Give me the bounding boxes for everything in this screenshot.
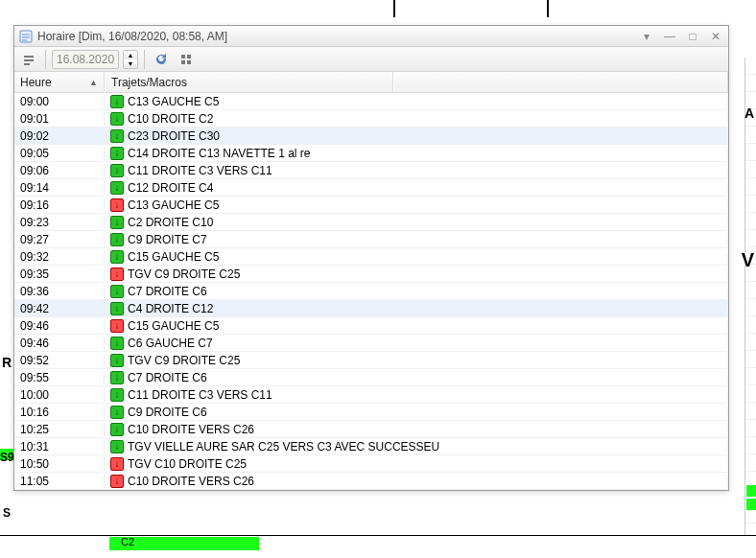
table-row[interactable]: 10:16↓C9 DROITE C6 — [14, 404, 728, 421]
route-go-icon: ↓ — [110, 147, 124, 160]
route-label: C15 GAUCHE C5 — [128, 250, 219, 264]
titlebar[interactable]: Horaire [Dim, 16/08/2020, 08:58, AM] ▾ —… — [14, 26, 728, 47]
table-row[interactable]: 09:00↓C13 GAUCHE C5 — [14, 93, 728, 110]
cell-time: 09:52 — [14, 354, 105, 367]
maximize-button[interactable]: □ — [684, 30, 701, 43]
table-row[interactable]: 10:31↓TGV VIELLE AURE SAR C25 VERS C3 AV… — [14, 438, 728, 455]
bg-right-column — [744, 58, 756, 535]
cell-time: 09:46 — [14, 337, 105, 350]
date-stepper[interactable]: ▲ ▼ — [123, 50, 138, 69]
cell-time: 09:42 — [14, 302, 105, 315]
table-row[interactable]: 11:05↓C10 DROITE VERS C26 — [14, 473, 728, 490]
route-go-icon: ↓ — [110, 406, 124, 419]
column-header-route[interactable]: Trajets/Macros — [106, 72, 393, 92]
cell-route: ↓C13 GAUCHE C5 — [105, 95, 728, 108]
settings-button[interactable] — [176, 50, 197, 69]
table-row[interactable]: 09:16↓C13 GAUCHE C5 — [14, 197, 728, 214]
route-label: C12 DROITE C4 — [128, 181, 213, 195]
date-field[interactable]: 16.08.2020 — [52, 50, 119, 69]
table-row[interactable]: 09:01↓C10 DROITE C2 — [14, 110, 728, 128]
route-go-icon: ↓ — [110, 337, 124, 350]
route-go-icon: ↓ — [110, 388, 124, 402]
cell-route: ↓C14 DROITE C13 NAVETTE 1 al re — [105, 147, 728, 160]
cell-time: 09:00 — [14, 95, 105, 108]
table-row[interactable]: 09:02↓C23 DROITE C30 — [14, 128, 728, 145]
route-go-icon: ↓ — [110, 440, 124, 453]
dropdown-button[interactable]: ▾ — [638, 30, 655, 43]
route-go-icon: ↓ — [110, 371, 124, 384]
cell-time: 09:35 — [14, 267, 105, 281]
cell-route: ↓C11 DROITE C3 VERS C11 — [105, 388, 728, 402]
cell-route: ↓C9 DROITE C6 — [105, 406, 728, 419]
sort-asc-icon: ▲ — [89, 78, 98, 87]
route-stop-icon: ↓ — [110, 319, 124, 333]
bg-letter-s: S — [3, 506, 11, 520]
svg-rect-6 — [24, 63, 30, 65]
cell-time: 09:16 — [14, 198, 105, 212]
cell-route: ↓C4 DROITE C12 — [105, 302, 728, 315]
minimize-button[interactable]: — — [661, 30, 678, 43]
route-go-icon: ↓ — [110, 129, 124, 143]
route-label: C14 DROITE C13 NAVETTE 1 al re — [128, 147, 311, 160]
table-row[interactable]: 09:23↓C2 DROITE C10 — [14, 214, 728, 231]
date-step-down-icon[interactable]: ▼ — [124, 59, 137, 68]
cell-time: 10:00 — [14, 388, 105, 402]
cell-route: ↓C11 DROITE C3 VERS C11 — [105, 164, 728, 177]
bg-letter-v: V — [742, 249, 754, 271]
close-button[interactable]: ✕ — [707, 30, 724, 43]
cell-route: ↓C10 DROITE VERS C26 — [105, 475, 728, 488]
table-row[interactable]: 10:25↓C10 DROITE VERS C26 — [14, 421, 728, 438]
table-row[interactable]: 09:46↓C15 GAUCHE C5 — [14, 317, 728, 335]
table-row[interactable]: 09:32↓C15 GAUCHE C5 — [14, 248, 728, 266]
toolbar-separator — [45, 50, 46, 69]
cell-time: 10:31 — [14, 440, 105, 453]
table-row[interactable]: 09:36↓C7 DROITE C6 — [14, 283, 728, 300]
svg-rect-8 — [187, 55, 191, 58]
column-header-time-label: Heure — [20, 76, 52, 89]
route-go-icon: ↓ — [110, 354, 124, 367]
toolbar-separator — [144, 50, 145, 69]
route-stop-icon: ↓ — [110, 475, 124, 488]
column-header-time[interactable]: Heure ▲ — [14, 72, 105, 92]
cell-time: 09:23 — [14, 216, 105, 229]
menu-button[interactable] — [18, 50, 39, 69]
date-step-up-icon[interactable]: ▲ — [124, 51, 137, 59]
route-label: C15 GAUCHE C5 — [128, 319, 219, 333]
table-row[interactable]: 09:46↓C6 GAUCHE C7 — [14, 335, 728, 352]
app-icon — [18, 29, 34, 44]
svg-rect-10 — [187, 60, 191, 64]
cell-route: ↓C15 GAUCHE C5 — [105, 250, 728, 264]
table-row[interactable]: 09:52↓TGV C9 DROITE C25 — [14, 352, 728, 369]
bg-letter-r: R — [2, 355, 12, 370]
route-label: C6 GAUCHE C7 — [128, 337, 213, 350]
bg-letter-s9: S9 — [0, 451, 14, 464]
column-headers: Heure ▲ Trajets/Macros — [14, 72, 728, 93]
toolbar: 16.08.2020 ▲ ▼ — [14, 47, 728, 72]
cell-time: 09:02 — [14, 129, 105, 143]
table-row[interactable]: 09:42↓C4 DROITE C12 — [14, 300, 728, 317]
route-label: C11 DROITE C3 VERS C11 — [128, 164, 272, 177]
bg-letter-a: A — [744, 105, 754, 121]
table-row[interactable]: 09:06↓C11 DROITE C3 VERS C11 — [14, 162, 728, 179]
table-row[interactable]: 09:05↓C14 DROITE C13 NAVETTE 1 al re — [14, 145, 728, 162]
refresh-button[interactable] — [151, 50, 172, 69]
route-label: C4 DROITE C12 — [128, 302, 213, 315]
route-label: TGV C9 DROITE C25 — [128, 354, 240, 367]
cell-time: 09:14 — [14, 181, 105, 195]
route-label: C13 GAUCHE C5 — [128, 95, 219, 108]
svg-rect-4 — [24, 56, 34, 58]
route-stop-icon: ↓ — [110, 457, 124, 471]
table-row[interactable]: 10:00↓C11 DROITE C3 VERS C11 — [14, 386, 728, 404]
table-row[interactable]: 09:27↓C9 DROITE C7 — [14, 231, 728, 248]
table-row[interactable]: 09:55↓C7 DROITE C6 — [14, 369, 728, 386]
svg-rect-9 — [181, 60, 185, 64]
svg-rect-5 — [24, 59, 34, 61]
table-row[interactable]: 09:14↓C12 DROITE C4 — [14, 179, 728, 197]
bg-ruler-label-c2: C2 — [121, 536, 134, 547]
route-label: TGV VIELLE AURE SAR C25 VERS C3 AVEC SUC… — [128, 440, 439, 453]
table-row[interactable]: 10:50↓TGV C10 DROITE C25 — [14, 455, 728, 473]
cell-time: 10:16 — [14, 406, 105, 419]
cell-time: 09:06 — [14, 164, 105, 177]
table-row[interactable]: 09:35↓TGV C9 DROITE C25 — [14, 266, 728, 283]
route-go-icon: ↓ — [110, 95, 124, 108]
